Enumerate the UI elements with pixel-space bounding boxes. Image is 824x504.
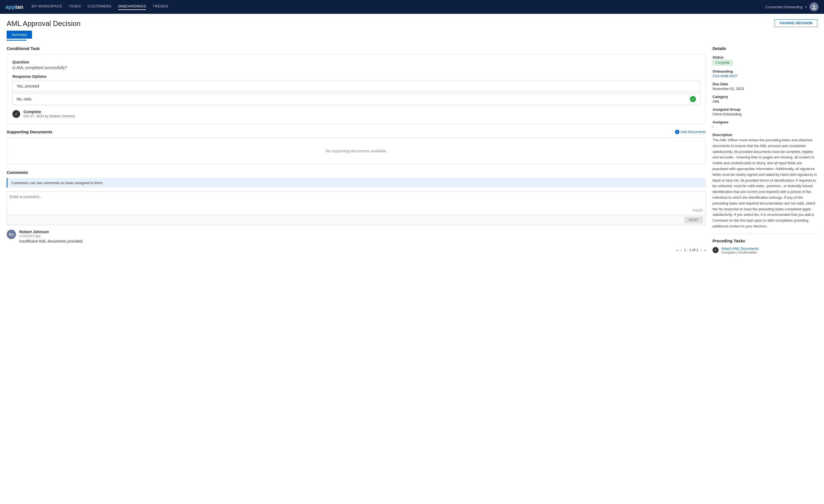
assigned-group-row: Assigned Group Client Onboarding	[713, 107, 817, 116]
category-label: Category	[713, 95, 817, 99]
due-date-value: November 01, 2023	[713, 87, 817, 91]
preceding-task-link[interactable]: Attach AML Documents	[721, 246, 758, 250]
connected-onboarding-label[interactable]: Connected Onboarding	[765, 5, 803, 9]
response-no-label: No, redo	[17, 97, 31, 101]
main-layout: Conditional Task Question Is AML complet…	[0, 40, 824, 260]
app-logo[interactable]: appian	[6, 4, 23, 10]
svg-point-1	[812, 8, 816, 10]
add-docs-plus-icon: +	[675, 130, 680, 134]
comment-textarea[interactable]	[10, 195, 703, 211]
description-row: Description The AML Officer must review …	[713, 133, 817, 229]
preceding-check-icon: ✓	[713, 247, 719, 253]
description-text: The AML Officer must review the precedin…	[713, 137, 817, 229]
comment-text: Insufficient AML documents provided.	[19, 239, 83, 243]
selected-check-icon: ✓	[690, 96, 696, 102]
complete-checkmark-icon: ✓	[12, 110, 20, 118]
comment-body: Robert Johnson a moment ago Insufficient…	[19, 230, 83, 243]
nav-links: MY WORKSPACE TASKS CUSTOMERS ONBOARDINGS…	[31, 4, 765, 10]
right-column: Details Status Complete Onboarding ZSS-O…	[713, 46, 817, 255]
assignee-label: Assignee	[713, 120, 817, 124]
assignee-row: Assignee -	[713, 120, 817, 129]
left-column: Conditional Task Question Is AML complet…	[7, 46, 713, 254]
status-badge: Complete	[713, 60, 733, 66]
details-divider	[713, 234, 817, 234]
question-text: Is AML completed successfully?	[12, 66, 700, 70]
nav-tasks[interactable]: TASKS	[69, 4, 81, 10]
status-row: Status Complete	[713, 55, 817, 66]
response-options-label: Response Options	[12, 74, 700, 79]
response-option-yes[interactable]: Yes, proceed	[12, 81, 700, 91]
pagination-next[interactable]: ›	[700, 248, 702, 252]
nav-my-workspace[interactable]: MY WORKSPACE	[31, 4, 62, 10]
navbar-right: Connected Onboarding ▾	[765, 2, 818, 11]
onboarding-row: Onboarding ZSS-ONB-0027	[713, 69, 817, 78]
summary-tab[interactable]: Summary	[7, 31, 32, 39]
nav-customers[interactable]: CUSTOMERS	[88, 4, 111, 10]
description-label: Description	[713, 133, 817, 137]
comment-time: a moment ago	[19, 234, 83, 238]
preceding-task-meta: Complete | Confirmation	[721, 250, 758, 255]
pagination-prev[interactable]: ‹	[681, 248, 682, 252]
pagination-page-info: 1 - 1 of 1	[684, 248, 698, 252]
supporting-docs-title: Supporting Documents	[7, 129, 53, 134]
complete-meta: Oct 17, 2023 by Robert Johnson	[23, 114, 75, 118]
page-title: AML Approval Decision	[7, 19, 81, 28]
completion-row: ✓ Complete Oct 17, 2023 by Robert Johnso…	[12, 110, 700, 118]
comment-input-area: 0/4000	[7, 192, 706, 215]
nav-onboardings[interactable]: ONBOARDINGS	[118, 4, 146, 10]
nav-trends[interactable]: TRENDS	[152, 4, 168, 10]
response-yes-label: Yes, proceed	[17, 84, 39, 88]
dropdown-arrow[interactable]: ▾	[805, 5, 807, 9]
onboarding-value[interactable]: ZSS-ONB-0027	[713, 74, 817, 78]
comment-author: Robert Johnson	[19, 230, 83, 234]
category-value: AML	[713, 99, 817, 103]
navbar: appian MY WORKSPACE TASKS CUSTOMERS ONBO…	[0, 0, 824, 14]
due-date-label: Due Date	[713, 82, 817, 86]
onboarding-label: Onboarding	[713, 69, 817, 74]
assigned-group-value: Client Onboarding	[713, 112, 817, 116]
due-date-row: Due Date November 01, 2023	[713, 82, 817, 91]
comment-avatar: RJ	[7, 230, 16, 239]
pagination-last[interactable]: »	[704, 248, 706, 252]
comments-title: Comments	[7, 170, 706, 175]
comments-pagination: « ‹ 1 - 1 of 1 › »	[7, 243, 706, 254]
comment-counter: 0/4000	[693, 209, 703, 212]
assigned-group-label: Assigned Group	[713, 107, 817, 111]
post-button[interactable]: POST	[684, 217, 703, 223]
status-label: Status	[713, 55, 817, 59]
response-option-no[interactable]: No, redo ✓	[12, 93, 700, 105]
user-avatar[interactable]	[810, 2, 818, 11]
page: AML Approval Decision CHANGE DECISION Su…	[0, 14, 824, 504]
docs-empty-state: No supporting documents available.	[7, 137, 706, 165]
category-row: Category AML	[713, 95, 817, 103]
change-decision-button[interactable]: CHANGE DECISION	[775, 19, 817, 27]
completion-info: Complete Oct 17, 2023 by Robert Johnson	[23, 110, 75, 118]
page-header: AML Approval Decision CHANGE DECISION	[0, 14, 824, 28]
add-documents-link[interactable]: + Add Documents	[675, 130, 706, 134]
preceding-tasks-title: Preceding Tasks	[713, 238, 817, 243]
add-documents-label: Add Documents	[681, 130, 706, 134]
comment-item: RJ Robert Johnson a moment ago Insuffici…	[7, 230, 706, 243]
conditional-task-title: Conditional Task	[7, 46, 706, 51]
supporting-docs-header: Supporting Documents + Add Documents	[7, 129, 706, 134]
pagination-first[interactable]: «	[677, 248, 679, 252]
question-label: Question	[12, 60, 700, 64]
conditional-task-card: Question Is AML completed successfully? …	[7, 54, 706, 124]
post-btn-row: POST	[7, 215, 706, 225]
complete-label: Complete	[23, 110, 75, 114]
comments-notice: Customers can see comments on tasks assi…	[7, 178, 706, 188]
details-title: Details	[713, 46, 817, 51]
details-panel: Details Status Complete Onboarding ZSS-O…	[713, 46, 817, 255]
svg-point-0	[813, 5, 815, 7]
assignee-value: -	[713, 125, 817, 129]
tab-bar: Summary	[0, 28, 824, 40]
preceding-task-item: ✓ Attach AML Documents Complete | Confir…	[713, 246, 817, 255]
preceding-task-info: Attach AML Documents Complete | Confirma…	[721, 246, 758, 255]
